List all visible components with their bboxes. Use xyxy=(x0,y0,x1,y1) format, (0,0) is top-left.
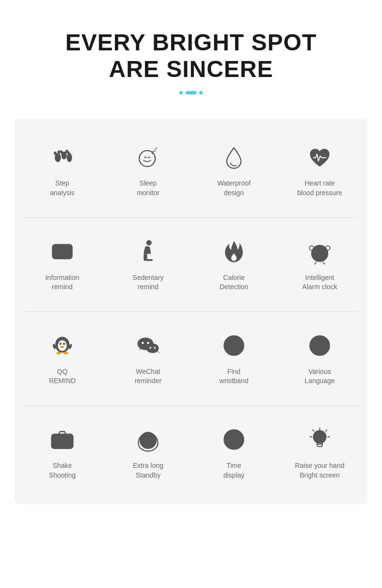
wechat-label: WeChatreminder xyxy=(135,367,161,386)
camera-icon xyxy=(48,425,77,454)
qq-icon xyxy=(48,331,77,360)
header: EVERY BRIGHT SPOT ARE SINCERE xyxy=(0,29,382,109)
dot-1 xyxy=(179,91,183,94)
svg-point-33 xyxy=(61,346,64,348)
drop-icon xyxy=(220,143,249,172)
features-row-3: QQREMIND xyxy=(15,312,367,405)
wechat-icon xyxy=(134,331,163,360)
svg-line-65 xyxy=(325,430,327,432)
qq-label: QQREMIND xyxy=(49,367,76,386)
step-analysis-label: Stepanalysis xyxy=(50,179,75,198)
feet-icon xyxy=(48,143,77,172)
svg-point-54 xyxy=(68,437,70,439)
svg-point-6 xyxy=(60,150,62,153)
svg-point-32 xyxy=(63,343,65,345)
info-remind-label: Informationremind xyxy=(45,273,79,292)
svg-point-17 xyxy=(61,250,64,253)
clock-icon xyxy=(220,425,249,454)
svg-line-27 xyxy=(315,263,316,264)
standby-label: Extra longStandby xyxy=(133,461,163,480)
dots-decoration xyxy=(19,91,363,94)
svg-point-5 xyxy=(64,153,66,155)
svg-point-41 xyxy=(146,343,159,353)
svg-point-60 xyxy=(233,439,235,441)
feature-waterproof: Waterproofdesign xyxy=(191,138,277,202)
svg-point-61 xyxy=(314,431,326,444)
page: EVERY BRIGHT SPOT ARE SINCERE xyxy=(0,0,382,524)
features-row-2: Informationremind Sedentaryremind xyxy=(15,218,367,311)
feature-sedentary: Sedentaryremind xyxy=(105,232,191,297)
svg-point-34 xyxy=(57,352,61,355)
calorie-label: CalorieDetection xyxy=(220,273,248,292)
sleep-icon: Z Z Z xyxy=(134,143,163,172)
raise-hand-label: Raise your handBright screen xyxy=(295,461,345,480)
svg-point-31 xyxy=(60,343,62,345)
find-wristband-label: Findwristband xyxy=(220,367,249,386)
features-row-4: ShakeShooting Extra longStandby xyxy=(15,406,367,499)
feature-time-display: Timedisplay xyxy=(191,420,277,485)
svg-point-2 xyxy=(54,152,57,155)
sleep-monitor-label: Sleepmonitor xyxy=(137,179,159,198)
message-icon xyxy=(48,237,77,266)
svg-point-46 xyxy=(230,342,238,349)
feature-standby: Extra longStandby xyxy=(105,420,191,485)
language-label: VariousLanguage xyxy=(304,367,334,386)
features-section: Stepanalysis Z Z Z xyxy=(15,119,367,504)
svg-point-40 xyxy=(147,342,149,344)
flame-icon xyxy=(220,237,249,266)
feature-step-analysis: Stepanalysis xyxy=(19,138,105,202)
feature-sleep-monitor: Z Z Z Sleepmonitor xyxy=(105,138,191,202)
feature-calorie: CalorieDetection xyxy=(191,232,277,297)
feature-alarm: IntelligentAlarm clock xyxy=(277,232,363,297)
svg-point-30 xyxy=(58,340,66,351)
svg-point-19 xyxy=(146,240,152,246)
svg-point-16 xyxy=(57,250,59,253)
feature-heart-rate: Heart rateblood pressure xyxy=(277,138,363,202)
alarm-label: IntelligentAlarm clock xyxy=(302,273,337,292)
time-display-label: Timedisplay xyxy=(223,461,245,480)
language-icon xyxy=(305,331,334,360)
feature-find-wristband: Findwristband xyxy=(191,326,277,391)
feature-info-remind: Informationremind xyxy=(19,232,105,297)
feature-wechat: WeChatreminder xyxy=(105,326,191,391)
svg-line-28 xyxy=(323,263,325,264)
power-icon xyxy=(134,425,163,454)
features-row-1: Stepanalysis Z Z Z xyxy=(15,124,367,217)
sedentary-label: Sedentaryremind xyxy=(133,273,164,292)
svg-point-39 xyxy=(142,342,144,344)
feature-shake-shooting: ShakeShooting xyxy=(19,420,105,485)
sitting-icon xyxy=(134,237,163,266)
svg-point-35 xyxy=(64,352,68,355)
feature-qq: QQREMIND xyxy=(19,326,105,391)
svg-point-42 xyxy=(149,347,151,349)
feature-language: VariousLanguage xyxy=(277,326,363,391)
svg-point-43 xyxy=(154,347,156,349)
dot-3 xyxy=(199,91,203,94)
svg-point-53 xyxy=(60,439,64,444)
dot-2 xyxy=(186,91,196,94)
target-icon xyxy=(220,331,249,360)
svg-point-18 xyxy=(65,250,68,253)
waterproof-label: Waterproofdesign xyxy=(217,179,251,198)
page-title: EVERY BRIGHT SPOT ARE SINCERE xyxy=(19,29,363,82)
feature-raise-hand: Raise your handBright screen xyxy=(277,420,363,485)
shake-shooting-label: ShakeShooting xyxy=(49,461,76,480)
svg-line-64 xyxy=(313,430,314,432)
svg-point-3 xyxy=(57,151,60,154)
heart-rate-label: Heart rateblood pressure xyxy=(297,179,342,198)
bulb-icon xyxy=(305,425,334,454)
svg-point-10 xyxy=(67,153,72,162)
heart-rate-icon xyxy=(305,143,334,172)
svg-text:Z: Z xyxy=(156,147,158,150)
svg-rect-20 xyxy=(143,254,146,261)
svg-point-26 xyxy=(319,252,321,254)
alarm-icon xyxy=(305,237,334,266)
